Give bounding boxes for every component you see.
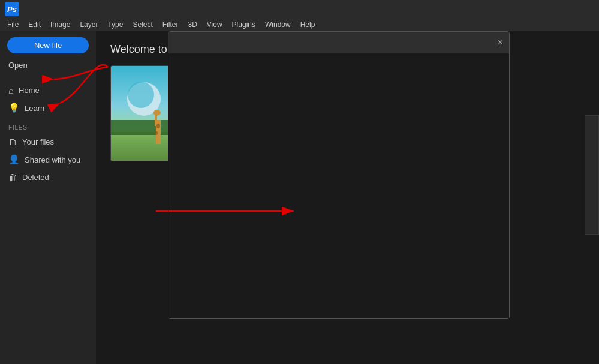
learn-icon: 💡 (8, 103, 20, 113)
svg-point-9 (155, 131, 158, 135)
title-bar: Ps (0, 0, 599, 18)
sidebar-learn-label: Learn (25, 104, 44, 113)
shared-label: Shared with you (25, 155, 80, 164)
menu-edit[interactable]: Edit (23, 19, 46, 30)
new-file-button[interactable]: New file (7, 37, 89, 53)
modal-body (168, 53, 509, 318)
sidebar-item-deleted[interactable]: 🗑 Deleted (0, 169, 96, 186)
menu-plugins[interactable]: Plugins (227, 19, 260, 30)
trash-icon: 🗑 (8, 172, 17, 182)
open-button[interactable]: Open (7, 58, 89, 72)
modal-close-button[interactable]: × (498, 38, 503, 47)
modal-header: × (168, 32, 509, 53)
deleted-label: Deleted (22, 173, 49, 182)
svg-point-7 (153, 110, 161, 116)
svg-point-8 (156, 124, 160, 128)
content-area: Welcome to Photoshop, Peter (96, 31, 599, 364)
menu-select[interactable]: Select (128, 19, 157, 30)
menu-filter[interactable]: Filter (158, 19, 183, 30)
ps-logo: Ps (5, 2, 19, 16)
files-section-label: FILES (0, 117, 96, 133)
right-thumbnail-partial (585, 115, 599, 235)
menu-view[interactable]: View (202, 19, 227, 30)
menu-help[interactable]: Help (296, 19, 320, 30)
home-icon: ⌂ (8, 85, 14, 95)
svg-rect-6 (155, 114, 157, 126)
sidebar-item-learn[interactable]: 💡 Learn (0, 99, 96, 117)
sidebar-item-your-files[interactable]: 🗋 Your files (0, 133, 96, 151)
your-files-label: Your files (22, 137, 54, 146)
menu-image[interactable]: Image (46, 19, 75, 30)
sidebar-home-label: Home (19, 86, 40, 95)
sidebar-item-shared[interactable]: 👤 Shared with you (0, 151, 96, 169)
svg-point-3 (128, 82, 154, 108)
menu-type[interactable]: Type (103, 19, 128, 30)
modal-dialog: × (168, 31, 510, 319)
file-icon: 🗋 (8, 137, 17, 147)
sidebar: New file Open ⌂ Home 💡 Learn FILES 🗋 You… (0, 31, 96, 364)
menu-window[interactable]: Window (260, 19, 296, 30)
main-layout: New file Open ⌂ Home 💡 Learn FILES 🗋 You… (0, 31, 599, 364)
menu-bar: File Edit Image Layer Type Select Filter… (0, 18, 599, 31)
shared-icon: 👤 (8, 154, 20, 165)
menu-layer[interactable]: Layer (75, 19, 103, 30)
menu-file[interactable]: File (2, 19, 23, 30)
menu-3d[interactable]: 3D (183, 19, 201, 30)
sidebar-item-home[interactable]: ⌂ Home (0, 82, 96, 99)
